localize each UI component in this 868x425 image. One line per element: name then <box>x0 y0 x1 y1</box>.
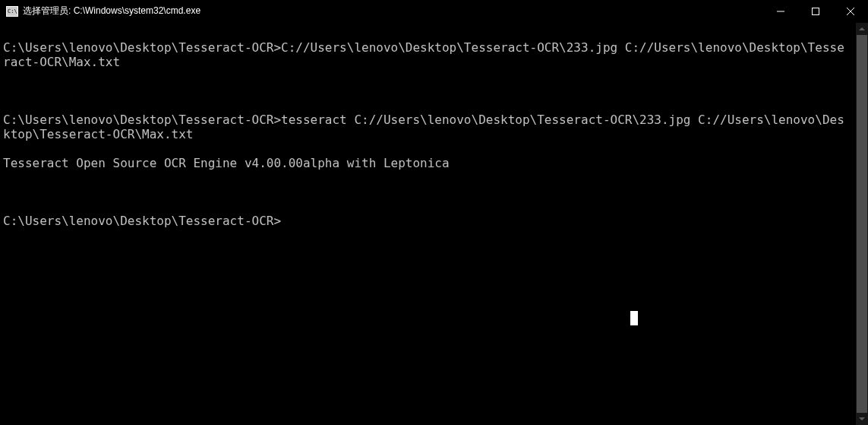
scroll-up-button[interactable] <box>856 23 868 35</box>
scroll-down-button[interactable] <box>856 413 868 425</box>
window-controls <box>763 0 868 22</box>
scroll-track[interactable] <box>856 35 868 413</box>
terminal-area: C:\Users\lenovo\Desktop\Tesseract-OCR>C:… <box>0 23 868 425</box>
cmd-icon <box>6 6 18 17</box>
terminal-output[interactable]: C:\Users\lenovo\Desktop\Tesseract-OCR>C:… <box>0 23 868 257</box>
terminal-line: C:\Users\lenovo\Desktop\Tesseract-OCR>C:… <box>3 40 846 69</box>
maximize-button[interactable] <box>798 0 833 22</box>
terminal-prompt: C:\Users\lenovo\Desktop\Tesseract-OCR> <box>3 214 846 228</box>
text-cursor <box>630 311 638 325</box>
terminal-line: Tesseract Open Source OCR Engine v4.00.0… <box>3 156 846 170</box>
window-title: 选择管理员: C:\Windows\system32\cmd.exe <box>23 5 200 17</box>
svg-rect-0 <box>813 8 819 14</box>
terminal-blank <box>3 185 846 199</box>
scroll-thumb[interactable] <box>857 35 867 413</box>
window-titlebar: 选择管理员: C:\Windows\system32\cmd.exe <box>0 0 868 23</box>
vertical-scrollbar[interactable] <box>856 23 868 425</box>
minimize-button[interactable] <box>763 0 798 22</box>
terminal-blank <box>3 84 846 98</box>
close-button[interactable] <box>833 0 868 22</box>
terminal-line: C:\Users\lenovo\Desktop\Tesseract-OCR>te… <box>3 113 846 141</box>
